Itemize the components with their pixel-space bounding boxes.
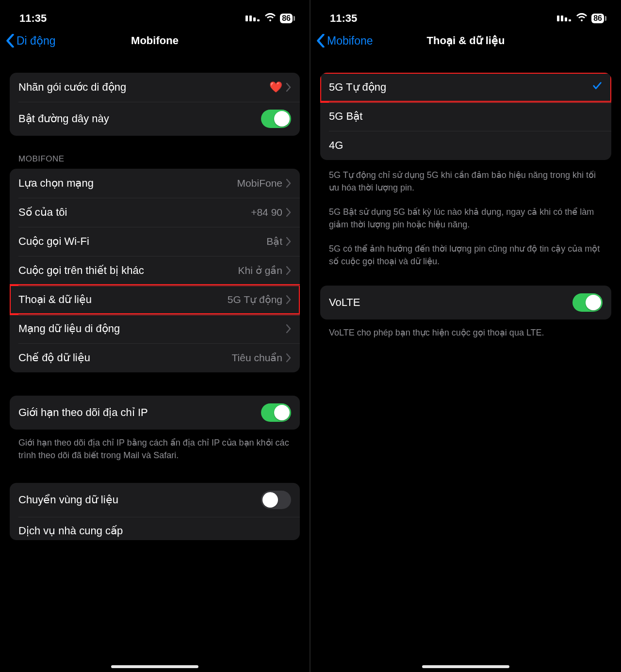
row-network-selection[interactable]: Lựa chọn mạng MobiFone xyxy=(10,169,300,198)
row-label: Nhãn gói cước di động xyxy=(18,81,269,94)
cellular-signal-icon xyxy=(557,16,571,21)
footer-volte: VoLTE cho phép bạn thực hiện cuộc gọi th… xyxy=(329,326,603,339)
row-label: 5G Tự động xyxy=(329,81,592,94)
status-time: 11:35 xyxy=(19,12,47,25)
row-label: Mạng dữ liệu di động xyxy=(18,322,286,335)
row-cellular-plan-label[interactable]: Nhãn gói cước di động ❤️ xyxy=(10,73,300,102)
row-limit-ip-tracking[interactable]: Giới hạn theo dõi địa chỉ IP xyxy=(10,396,300,430)
group-limit-ip: Giới hạn theo dõi địa chỉ IP xyxy=(10,396,300,430)
row-value: Tiêu chuẩn xyxy=(232,352,282,364)
row-label: VoLTE xyxy=(329,296,572,309)
row-value: MobiFone xyxy=(237,177,282,189)
row-value: +84 90 xyxy=(251,207,282,218)
status-bar: 11:35 86 xyxy=(310,0,621,28)
option-5g-on[interactable]: 5G Bật xyxy=(320,102,611,131)
nav-header: Mobifone Thoại & dữ liệu xyxy=(310,28,621,53)
row-data-roaming[interactable]: Chuyển vùng dữ liệu xyxy=(10,483,300,517)
group-mode-options: 5G Tự động 5G Bật 4G xyxy=(320,73,611,160)
option-5g-auto[interactable]: 5G Tự động xyxy=(320,73,611,102)
row-wifi-calling[interactable]: Cuộc gọi Wi-Fi Bật xyxy=(10,227,300,256)
row-label: 5G Bật xyxy=(329,110,603,123)
row-calls-other-devices[interactable]: Cuộc gọi trên thiết bị khác Khi ở gần xyxy=(10,256,300,285)
toggle-off[interactable] xyxy=(261,491,291,509)
row-label: Chế độ dữ liệu xyxy=(18,352,232,364)
chevron-right-icon xyxy=(286,324,291,333)
home-indicator[interactable] xyxy=(422,665,509,668)
row-label: Thoại & dữ liệu xyxy=(18,293,228,306)
back-label: Di động xyxy=(16,34,55,48)
screen-voice-and-data: 11:35 86 Mobifone Thoại & dữ liệu 5G Tự … xyxy=(310,0,621,672)
row-label: Chuyển vùng dữ liệu xyxy=(18,494,261,506)
row-label: Giới hạn theo dõi địa chỉ IP xyxy=(18,406,261,419)
footer-5g-auto: 5G Tự động chỉ sử dụng 5G khi cần đảm bả… xyxy=(329,169,603,194)
screen-mobifone-settings: 11:35 86 Di động Mobifone Nhãn gói cước … xyxy=(0,0,310,672)
row-carrier-services[interactable]: Dịch vụ nhà cung cấp xyxy=(10,517,300,540)
battery-icon: 86 xyxy=(280,14,295,23)
wifi-icon xyxy=(264,12,276,25)
row-turn-on-line[interactable]: Bật đường dây này xyxy=(10,102,300,136)
row-cellular-data-network[interactable]: Mạng dữ liệu di động xyxy=(10,314,300,343)
toggle-on[interactable] xyxy=(261,403,291,422)
footer-5g-on: 5G Bật sử dụng 5G bất kỳ lúc nào khả dụn… xyxy=(329,206,603,231)
checkmark-icon xyxy=(592,80,603,94)
group-carrier-settings: Lựa chọn mạng MobiFone Số của tôi +84 90… xyxy=(10,169,300,372)
wifi-icon xyxy=(576,12,588,25)
chevron-right-icon xyxy=(286,353,291,362)
chevron-right-icon xyxy=(286,208,291,217)
row-label: Dịch vụ nhà cung cấp xyxy=(18,525,291,537)
chevron-right-icon xyxy=(286,266,291,275)
row-volte[interactable]: VoLTE xyxy=(320,286,611,320)
row-label: Bật đường dây này xyxy=(18,112,261,125)
row-value: Bật xyxy=(266,236,282,247)
row-my-number[interactable]: Số của tôi +84 90 xyxy=(10,198,300,227)
back-button[interactable]: Mobifone xyxy=(315,34,373,48)
footer-5g-note: 5G có thể ảnh hưởng đến thời lượng pin c… xyxy=(329,242,603,268)
chevron-right-icon xyxy=(286,237,291,246)
back-label: Mobifone xyxy=(327,34,373,48)
row-data-mode[interactable]: Chế độ dữ liệu Tiêu chuẩn xyxy=(10,343,300,372)
row-voice-and-data[interactable]: Thoại & dữ liệu 5G Tự động xyxy=(10,285,300,314)
chevron-right-icon xyxy=(286,179,291,188)
toggle-on[interactable] xyxy=(261,110,291,128)
section-header: MOBIFONE xyxy=(18,154,291,164)
group-line: Nhãn gói cước di động ❤️ Bật đường dây n… xyxy=(10,73,300,136)
row-label: Cuộc gọi Wi-Fi xyxy=(18,235,266,248)
status-time: 11:35 xyxy=(330,12,357,25)
option-4g[interactable]: 4G xyxy=(320,131,611,160)
row-label: Số của tôi xyxy=(18,206,251,219)
row-value: 5G Tự động xyxy=(228,294,282,305)
cellular-signal-icon xyxy=(245,16,260,21)
back-button[interactable]: Di động xyxy=(5,34,55,48)
nav-header: Di động Mobifone xyxy=(0,28,310,53)
row-label: Cuộc gọi trên thiết bị khác xyxy=(18,264,238,277)
row-label: Lựa chọn mạng xyxy=(18,177,237,190)
group-roaming: Chuyển vùng dữ liệu Dịch vụ nhà cung cấp xyxy=(10,483,300,540)
heart-icon: ❤️ xyxy=(269,81,282,94)
toggle-on[interactable] xyxy=(572,293,603,312)
home-indicator[interactable] xyxy=(111,665,198,668)
battery-icon: 86 xyxy=(591,14,606,23)
footer-limit-ip: Giới hạn theo dõi địa chỉ IP bằng cách ẩ… xyxy=(18,436,291,462)
chevron-right-icon xyxy=(286,83,291,92)
chevron-right-icon xyxy=(286,295,291,304)
group-volte: VoLTE xyxy=(320,286,611,320)
row-value: Khi ở gần xyxy=(238,265,282,276)
status-bar: 11:35 86 xyxy=(0,0,310,28)
row-label: 4G xyxy=(329,139,603,152)
